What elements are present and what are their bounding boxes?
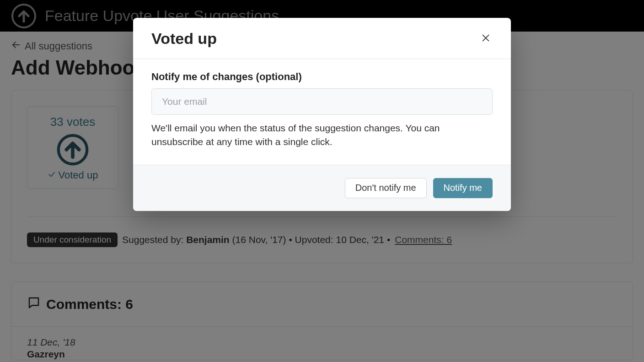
notify-label: Notify me of changes (optional) bbox=[151, 71, 493, 83]
notify-me-button[interactable]: Notify me bbox=[433, 178, 493, 198]
close-icon bbox=[481, 38, 491, 44]
help-text: We'll email you when the status of the s… bbox=[151, 121, 493, 149]
dont-notify-button[interactable]: Don't notify me bbox=[345, 178, 427, 198]
modal-title: Voted up bbox=[151, 30, 217, 48]
close-button[interactable] bbox=[479, 31, 493, 46]
voted-up-modal: Voted up Notify me of changes (optional)… bbox=[133, 18, 511, 211]
modal-body: Notify me of changes (optional) We'll em… bbox=[133, 59, 511, 165]
modal-footer: Don't notify me Notify me bbox=[133, 165, 511, 211]
email-field[interactable] bbox=[151, 88, 493, 115]
modal-header: Voted up bbox=[133, 18, 511, 59]
